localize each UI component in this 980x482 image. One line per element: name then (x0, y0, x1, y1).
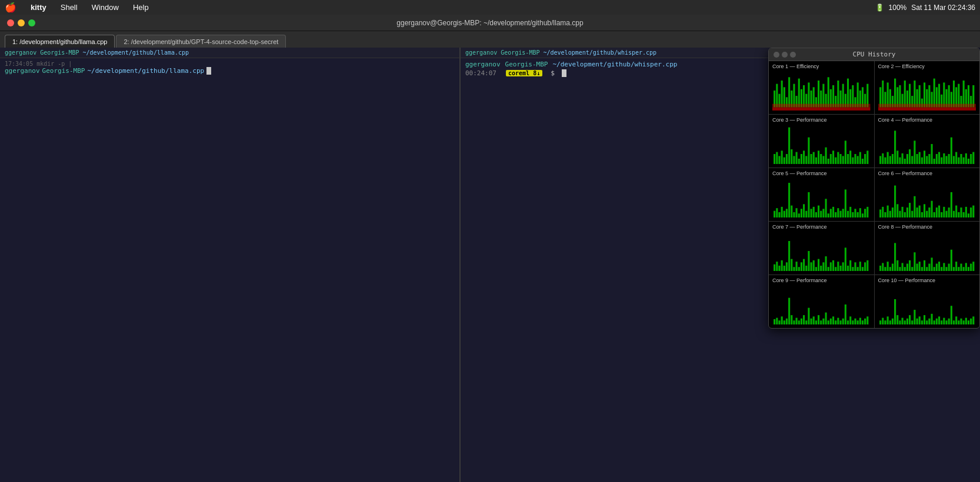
svg-rect-164 (784, 211, 785, 217)
svg-rect-199 (879, 209, 881, 217)
svg-rect-141 (928, 154, 930, 164)
cpu-core-5: Core 5 — Performance (769, 168, 874, 221)
app-name[interactable]: kitty (28, 3, 49, 12)
svg-rect-177 (815, 212, 817, 217)
svg-rect-382 (945, 320, 947, 324)
svg-rect-341 (835, 320, 836, 324)
svg-rect-230 (955, 206, 957, 217)
terminal-pane-right[interactable]: ggerganov Georgis-MBP ~/development/gith… (461, 48, 980, 482)
svg-rect-109 (839, 154, 841, 164)
svg-rect-263 (835, 267, 836, 271)
svg-rect-357 (884, 320, 886, 324)
svg-rect-217 (924, 204, 925, 217)
maximize-button[interactable] (28, 19, 35, 26)
svg-rect-176 (813, 207, 815, 217)
svg-rect-327 (801, 319, 802, 324)
svg-rect-310 (960, 264, 962, 271)
svg-rect-95 (805, 156, 807, 164)
svg-rect-183 (830, 209, 832, 217)
svg-rect-260 (828, 267, 829, 271)
svg-rect-29 (842, 84, 844, 108)
svg-rect-100 (818, 150, 819, 164)
svg-rect-298 (931, 257, 932, 271)
prompt-path-left: ~/development/github/llama.cpp (87, 67, 204, 75)
tab-2[interactable]: 2: /development/github/GPT-4-source-code… (116, 35, 286, 48)
svg-rect-375 (928, 319, 930, 324)
svg-rect-111 (845, 140, 846, 164)
svg-rect-153 (958, 158, 959, 164)
svg-rect-134 (911, 156, 913, 164)
svg-rect-60 (924, 82, 925, 107)
cpu-dot-2 (782, 52, 788, 58)
svg-rect-64 (933, 79, 935, 108)
svg-rect-308 (955, 262, 957, 271)
svg-rect-286 (901, 263, 903, 271)
svg-rect-130 (901, 153, 903, 164)
svg-rect-259 (825, 256, 826, 271)
terminal-body-left[interactable]: 17:34:05 mkdir -p | ggerganov Georgis-MB… (0, 58, 459, 481)
svg-rect-231 (958, 212, 959, 217)
svg-rect-325 (796, 318, 798, 324)
svg-rect-168 (793, 212, 795, 217)
svg-rect-333 (815, 320, 817, 324)
svg-rect-137 (918, 152, 920, 164)
cpu-core-2-chart (878, 71, 976, 111)
svg-rect-250 (803, 259, 805, 271)
svg-rect-270 (852, 267, 854, 271)
svg-rect-83 (776, 152, 778, 164)
svg-rect-348 (852, 320, 854, 324)
close-button[interactable] (7, 19, 14, 26)
cpu-core-10: Core 10 — Performance (875, 275, 980, 328)
cpu-core-2: Core 2 — Efficiency (875, 61, 980, 114)
svg-rect-198 (866, 207, 868, 217)
svg-rect-159 (972, 152, 974, 164)
svg-rect-106 (832, 150, 834, 164)
minimize-button[interactable] (18, 19, 25, 26)
svg-rect-262 (832, 260, 834, 271)
cpu-core-9-label: Core 9 — Performance (772, 277, 871, 283)
svg-rect-175 (811, 209, 812, 217)
svg-rect-233 (962, 212, 964, 217)
tab-1[interactable]: 1: /development/github/llama.cpp (5, 35, 115, 48)
apple-menu-icon[interactable]: 🍎 (5, 2, 16, 13)
svg-rect-261 (830, 262, 832, 271)
svg-rect-136 (916, 154, 918, 164)
svg-rect-269 (849, 260, 851, 271)
cpu-dot-3 (790, 52, 796, 58)
svg-rect-279 (884, 267, 886, 271)
svg-rect-66 (938, 84, 939, 108)
svg-rect-142 (931, 144, 932, 164)
svg-rect-165 (786, 209, 788, 217)
svg-rect-370 (916, 319, 918, 324)
svg-rect-289 (909, 260, 911, 271)
svg-rect-229 (952, 211, 954, 217)
shell-menu[interactable]: Shell (58, 3, 80, 12)
svg-rect-151 (952, 156, 954, 164)
svg-rect-319 (781, 316, 783, 324)
svg-rect-360 (891, 319, 893, 324)
svg-rect-96 (808, 138, 809, 164)
svg-rect-144 (935, 154, 937, 164)
svg-rect-155 (962, 158, 964, 164)
prompt-path-right: ~/development/github/whisper.cpp (552, 61, 677, 68)
help-menu[interactable]: Help (131, 3, 151, 12)
svg-rect-241 (781, 260, 783, 271)
cpu-dot-1 (774, 52, 779, 58)
terminal-pane-left[interactable]: ggerganov Georgis-MBP ~/development/gith… (0, 48, 461, 482)
svg-rect-161 (776, 208, 778, 217)
svg-rect-295 (924, 260, 925, 271)
svg-rect-266 (842, 262, 844, 271)
svg-rect-91 (796, 152, 798, 164)
svg-rect-343 (839, 320, 841, 324)
svg-rect-107 (835, 158, 836, 164)
svg-rect-68 (943, 82, 945, 107)
svg-rect-277 (879, 266, 881, 271)
window-menu[interactable]: Window (89, 3, 121, 12)
svg-rect-384 (950, 306, 952, 324)
svg-rect-381 (943, 318, 945, 324)
svg-rect-221 (933, 212, 935, 217)
svg-rect-299 (933, 267, 935, 271)
svg-rect-220 (931, 201, 932, 217)
cpu-core-8-label: Core 8 — Performance (878, 224, 976, 230)
svg-rect-19 (818, 81, 819, 107)
